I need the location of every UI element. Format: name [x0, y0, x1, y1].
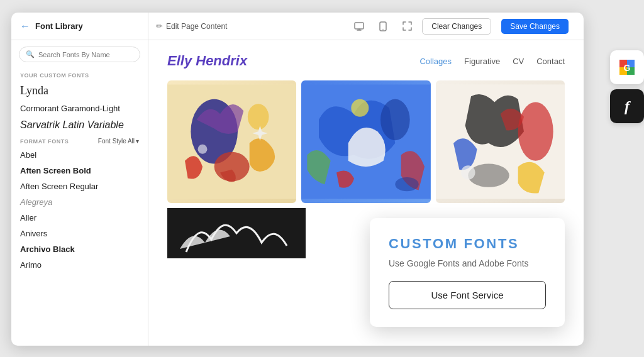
use-font-service-button[interactable]: Use Font Service: [389, 281, 546, 309]
custom-fonts-section-label: YOUR CUSTOM FONTS: [11, 69, 148, 81]
art-image-1: [167, 80, 296, 203]
edit-label: Edit Page Content: [166, 22, 227, 31]
font-anivers[interactable]: Anivers: [11, 226, 148, 241]
sidebar-header: ← Font Library: [11, 13, 148, 40]
site-title: Elly Hendrix: [167, 53, 247, 69]
side-logos: G f: [610, 50, 644, 123]
svg-point-6: [248, 104, 269, 129]
popup-card: CUSTOM FONTS Use Google Fonts and Adobe …: [370, 218, 565, 327]
svg-point-2: [382, 28, 384, 30]
top-bar-right: ✏ Edit Page Content Clear Changes Save C…: [148, 18, 576, 35]
custom-font-cormorant[interactable]: Cormorant Garamond-Light: [11, 101, 148, 116]
font-style-dropdown[interactable]: Font Style All ▾: [98, 138, 139, 145]
format-section-label: FORMAT FONTS: [20, 138, 69, 145]
search-input[interactable]: [38, 51, 133, 58]
svg-point-7: [198, 145, 208, 154]
svg-point-11: [396, 177, 419, 191]
custom-font-sarvatrik[interactable]: Sarvatrik Latin Variable: [11, 116, 148, 134]
adobe-fonts-logo[interactable]: f: [610, 89, 644, 123]
popup-title: CUSTOM FONTS: [389, 236, 546, 252]
top-bar: ← Font Library ✏ Edit Page Content Clear…: [11, 13, 584, 40]
main-window: ← Font Library ✏ Edit Page Content Clear…: [11, 13, 584, 346]
main-content: Elly Hendrix Collages Figurative CV Cont…: [148, 40, 584, 346]
font-style-label: Font Style: [98, 138, 126, 145]
clear-changes-button[interactable]: Clear Changes: [422, 18, 491, 35]
back-button[interactable]: ←: [20, 21, 30, 32]
font-abel[interactable]: Abel: [11, 147, 148, 163]
nav-figurative[interactable]: Figurative: [464, 57, 500, 66]
font-arimo[interactable]: Arimo: [11, 257, 148, 273]
mobile-icon[interactable]: [374, 18, 392, 35]
font-aften-regular[interactable]: Aften Screen Regular: [11, 178, 148, 194]
google-fonts-logo[interactable]: G: [610, 50, 644, 84]
font-archivo-black[interactable]: Archivo Black: [11, 241, 148, 257]
edit-icon: ✏: [156, 21, 163, 31]
svg-point-15: [461, 165, 475, 179]
font-aften-bold[interactable]: Aften Screen Bold: [11, 163, 148, 178]
expand-icon[interactable]: [398, 18, 416, 35]
font-aller[interactable]: Aller: [11, 210, 148, 226]
image-grid-row1: [167, 80, 565, 203]
svg-point-10: [352, 99, 369, 117]
font-sidebar: 🔍 YOUR CUSTOM FONTS Lynda Cormorant Gara…: [11, 40, 148, 346]
save-changes-button[interactable]: Save Changes: [501, 19, 569, 34]
svg-point-13: [518, 102, 553, 161]
art-image-bottom: [167, 208, 306, 258]
adobe-f-icon: f: [625, 98, 630, 115]
custom-font-lynda[interactable]: Lynda: [11, 81, 148, 101]
svg-text:G: G: [624, 63, 631, 73]
font-style-value: All: [128, 138, 135, 145]
window-body: 🔍 YOUR CUSTOM FONTS Lynda Cormorant Gara…: [11, 40, 584, 346]
search-icon: 🔍: [26, 50, 35, 58]
font-alegreya[interactable]: Alegreya: [11, 194, 148, 210]
format-header: FORMAT FONTS Font Style All ▾: [11, 134, 148, 147]
chevron-down-icon: ▾: [136, 138, 139, 145]
popup-subtitle: Use Google Fonts and Adobe Fonts: [389, 258, 546, 268]
art-image-3: [436, 80, 565, 203]
sidebar-title: Font Library: [35, 21, 83, 31]
preview-header: Elly Hendrix Collages Figurative CV Cont…: [167, 53, 565, 69]
nav-cv[interactable]: CV: [513, 57, 524, 66]
svg-rect-0: [355, 23, 364, 29]
nav-links: Collages Figurative CV Contact: [419, 57, 565, 66]
art-image-2: [301, 80, 430, 203]
nav-contact[interactable]: Contact: [536, 57, 565, 66]
top-bar-icons: Clear Changes Save Changes: [350, 18, 569, 35]
search-box[interactable]: 🔍: [19, 47, 140, 62]
svg-point-9: [380, 99, 410, 140]
monitor-icon[interactable]: [350, 18, 368, 35]
nav-collages[interactable]: Collages: [419, 57, 452, 66]
